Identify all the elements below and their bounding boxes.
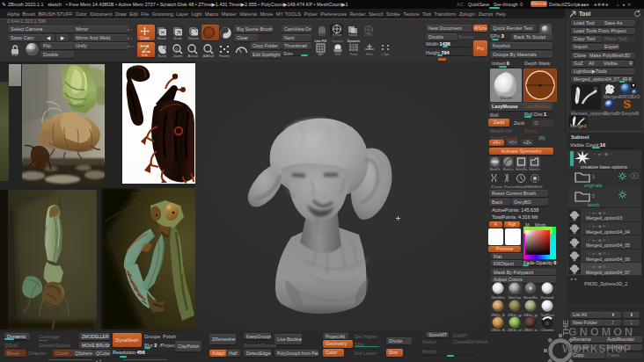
- svg-text:Persp: Persp: [350, 53, 358, 56]
- svg-text:Floor: Floor: [366, 53, 373, 56]
- svg-text:15: 15: [582, 117, 586, 120]
- svg-text:Scale: Scale: [173, 36, 183, 40]
- svg-text:SelectRe: SelectRe: [516, 168, 528, 171]
- svg-text:POP: POP: [12, 54, 18, 57]
- svg-text:Line Fill: Line Fill: [315, 40, 327, 43]
- svg-text:Q: Q: [175, 47, 178, 51]
- svg-text:L.Sym: L.Sym: [381, 53, 389, 56]
- svg-text:BasicMa: BasicMa: [523, 295, 538, 300]
- svg-text:Zoom: Zoom: [173, 54, 183, 58]
- svg-text:SelectLa: SelectLa: [529, 168, 540, 171]
- svg-text:Actual: Actual: [187, 54, 197, 58]
- svg-text:MaskLa: MaskLa: [503, 168, 514, 171]
- svg-text:XTracto XTracto HistoryRMRGBZ: XTracto XTracto HistoryRMRGBZGr: [491, 185, 543, 189]
- svg-text:Scrol: Scrol: [157, 54, 165, 58]
- svg-text:S: S: [623, 98, 631, 110]
- svg-text:ZBGs_gr: ZBGs_gr: [508, 313, 523, 317]
- svg-text:Edit: Edit: [142, 53, 149, 57]
- svg-text:ZBGs_B: ZBGs_B: [491, 313, 504, 317]
- svg-text:Ghost: Ghost: [318, 33, 326, 36]
- svg-text:S.Pivot: S.Pivot: [333, 33, 341, 37]
- svg-text:WORKSHOP: WORKSHOP: [562, 343, 631, 355]
- svg-text:AAF: AAF: [318, 53, 323, 56]
- svg-text:Rotate: Rotate: [188, 36, 200, 40]
- svg-text:Frame: Frame: [219, 54, 230, 58]
- svg-text:MatCap: MatCap: [509, 295, 522, 300]
- svg-text:Transp: Transp: [348, 33, 357, 36]
- svg-text:SkinSha: SkinSha: [492, 295, 506, 300]
- svg-text:AAHalf: AAHalf: [203, 54, 215, 58]
- svg-text:Move: Move: [157, 36, 167, 40]
- svg-text:Pastand: Pastand: [541, 295, 554, 300]
- svg-text:Dynamic: Dynamic: [332, 40, 343, 43]
- svg-text:C.Pivot: C.Pivot: [364, 33, 373, 36]
- svg-text:Move: Move: [500, 95, 511, 100]
- svg-text:MaskPe: MaskPe: [489, 168, 500, 171]
- svg-text:Draw: Draw: [140, 36, 150, 40]
- svg-text:GNOMON: GNOMON: [568, 326, 633, 338]
- svg-text:Dynamic: Dynamic: [348, 40, 360, 43]
- svg-text:Solo: Solo: [335, 53, 341, 56]
